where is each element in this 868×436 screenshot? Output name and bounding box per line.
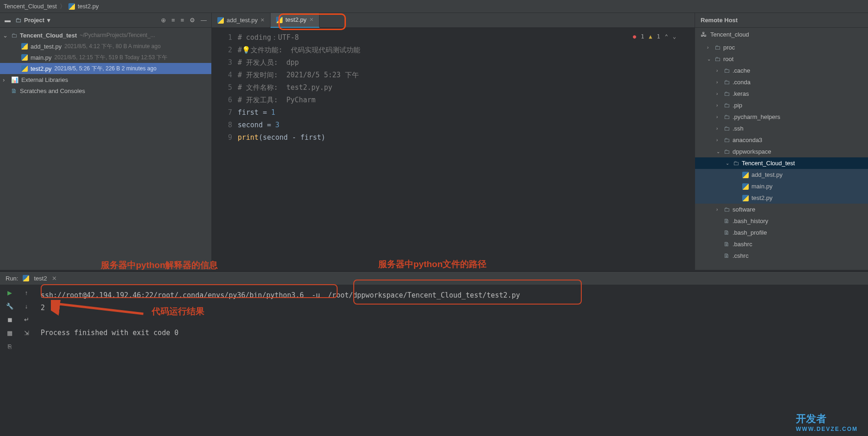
remote-item-label: .cache [733,67,750,74]
python-file-icon [742,195,749,201]
folder-icon: 🗀 [11,32,17,39]
stop-icon[interactable]: ◼ [7,316,12,323]
code-editor[interactable]: 123 456 789 ●1 ▲1 ⌃ ⌄ # coding：UTF-8 #💡文… [212,28,695,270]
remote-tree-item[interactable]: 🗎.bash_history [695,215,868,227]
project-file[interactable]: add_test.py 2021/8/5, 4:12 下午, 80 B A mi… [0,41,211,52]
close-icon[interactable]: ✕ [260,17,265,23]
close-icon[interactable]: ✕ [52,275,57,282]
editor-tab[interactable]: add_test.py ✕ [212,13,271,28]
remote-tree-item[interactable]: ⌄🗀Tencent_Cloud_test [695,157,868,169]
project-file-selected[interactable]: test2.py 2021/8/5, 5:26 下午, 226 B 2 minu… [0,63,211,74]
folder-icon: 🗀 [714,44,720,51]
remote-tree-item[interactable]: ›🗀software [695,204,868,215]
editor-area: add_test.py ✕ test2.py ✕ 123 456 789 ●1 … [212,13,695,270]
remote-item-label: add_test.py [751,171,782,178]
run-config-name[interactable]: test2 [34,275,47,282]
chevron-icon: › [716,126,721,131]
project-collapse-icon[interactable]: ▬ [5,17,11,24]
export-icon[interactable]: ⎘ [8,343,12,350]
folder-icon: 🗀 [724,102,730,109]
python-file-icon [742,172,749,178]
file-meta: 2021/8/5, 12:15 下午, 519 B Today 12:53 下午 [55,54,168,62]
remote-item-label: .keras [733,90,749,97]
scroll-icon[interactable]: ⇲ [24,330,29,336]
gear-icon[interactable]: ⚙ [190,17,195,24]
folder-icon: 🗀 [724,206,730,213]
remote-tree-item[interactable]: 🗎.cshrc [695,250,868,262]
python-file-icon [276,17,283,23]
project-tool-window: ▬ 🗀 Project ▾ ⊕ ≡ ≡ ⚙ — ⌄ 🗀 Tencent_Clou… [0,13,212,270]
remote-tree-item[interactable]: ⌄🗀dppworkspace [695,146,868,157]
editor-tab-active[interactable]: test2.py ✕ [271,13,320,28]
folder-icon: 🗀 [724,137,730,143]
remote-tree-item[interactable]: ›🗀.conda [695,76,868,88]
wrench-icon[interactable]: 🔧 [6,303,13,310]
chevron-down-icon[interactable]: ▾ [47,17,50,24]
chevron-icon: › [716,137,721,143]
remote-item-label: anaconda3 [733,137,762,143]
file-icon: 🗎 [724,218,730,224]
remote-tree-item[interactable]: ›🗀proc [695,42,868,53]
remote-tree-item[interactable]: ›🗀.cache [695,65,868,76]
console-ssh: ssh://root@42.194.192.46:22/root/.conda/… [41,291,304,299]
folder-icon: 🗀 [733,160,739,167]
soft-wrap-icon[interactable]: ↵ [24,316,29,323]
remote-tree-item[interactable]: test2.py [695,192,868,204]
remote-item-label: .conda [733,79,751,86]
scratches-node[interactable]: 🗎 Scratches and Consoles [0,85,211,96]
python-file-icon [23,275,29,281]
folder-icon: 🗀 [724,79,730,86]
hide-icon[interactable]: — [201,17,207,24]
remote-tree-item[interactable]: ⌄🗀root [695,53,868,65]
line-gutter: 123 456 789 [212,28,238,270]
remote-tree-item[interactable]: ›🗀.keras [695,88,868,100]
play-icon[interactable]: ▶ [7,289,12,296]
inspection-widget[interactable]: ●1 ▲1 ⌃ ⌄ [633,31,676,43]
up-arrow-icon[interactable]: ↑ [25,289,28,296]
project-root-name: Tencent_Cloud_test [20,32,77,39]
chevron-up-icon[interactable]: ⌃ [665,31,668,43]
close-icon[interactable]: ✕ [309,17,314,23]
error-icon: ● [633,31,636,43]
remote-item-label: dppworkspace [733,148,771,155]
console-flag: -u [312,291,320,299]
scratches-icon: 🗎 [11,87,17,94]
remote-tree-item[interactable]: ›🗀.pip [695,100,868,111]
run-tool-window: Run: test2 ✕ ▶ 🔧 ◼ ▦ ⎘ ↑ ↓ ↵ ⇲ ssh://roo… [0,271,868,436]
layout-icon[interactable]: ▦ [7,330,12,336]
remote-tree-item[interactable]: ›🗀anaconda3 [695,134,868,146]
project-root-node[interactable]: ⌄ 🗀 Tencent_Cloud_test ~/PycharmProjects… [0,30,211,41]
breadcrumb-root[interactable]: Tencent_Cloud_test [4,3,57,10]
remote-tree-item[interactable]: ›🗀.ssh [695,123,868,134]
code-content[interactable]: ●1 ▲1 ⌃ ⌄ # coding：UTF-8 #💡文件功能: 代码实现代码测… [238,28,695,270]
remote-item-label: test2.py [751,194,773,201]
project-title[interactable]: Project [24,17,44,24]
remote-tree-item[interactable]: 🗎.bashrc [695,238,868,250]
file-meta: 2021/8/5, 5:26 下午, 226 B 2 minutes ago [55,65,157,73]
remote-tree-item[interactable]: main.py [695,181,868,192]
target-icon[interactable]: ⊕ [161,17,166,24]
external-libs-label: External Libraries [21,76,68,83]
console-output[interactable]: ssh://root@42.194.192.46:22/root/.conda/… [33,285,868,436]
folder-icon: 🗀 [724,125,730,132]
collapse-all-icon[interactable]: ≡ [180,17,184,24]
remote-server-selector[interactable]: 🖧 Tencent_cloud [695,28,868,41]
project-root-path: ~/PycharmProjects/Tencent_... [80,32,155,38]
down-arrow-icon[interactable]: ↓ [25,303,28,310]
breadcrumb-file[interactable]: test2.py [78,3,99,10]
remote-item-label: Tencent_Cloud_test [742,160,795,167]
expand-icon[interactable]: ≡ [172,17,175,24]
remote-tree-item[interactable]: 🗎.bash_profile [695,227,868,238]
file-icon: 🗎 [724,252,730,259]
remote-tree-item[interactable]: add_test.py [695,169,868,181]
remote-file-tree[interactable]: ›🗀proc⌄🗀root›🗀.cache›🗀.conda›🗀.keras›🗀.p… [695,41,868,262]
chevron-down-icon[interactable]: ⌄ [673,31,676,43]
intention-bulb-icon[interactable]: 💡 [242,46,251,54]
remote-item-label: .bash_profile [733,229,767,236]
remote-tree-item[interactable]: ›🗀.pycharm_helpers [695,111,868,123]
project-file[interactable]: main.py 2021/8/5, 12:15 下午, 519 B Today … [0,52,211,63]
folder-icon: 🗀 [714,56,720,62]
breadcrumb: Tencent_Cloud_test 〉 test2.py [0,0,868,13]
external-libraries-node[interactable]: › 📊 External Libraries [0,74,211,85]
server-icon: 🖧 [701,31,707,38]
